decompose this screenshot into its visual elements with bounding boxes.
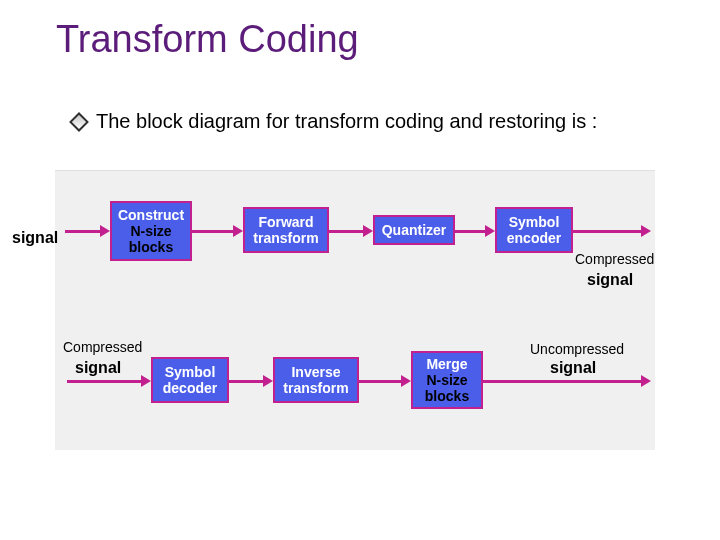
label-signal-top-left: signal xyxy=(12,229,58,247)
box-text: N-size xyxy=(130,223,171,239)
box-forward-transform: Forward transform xyxy=(243,207,329,253)
label-compressed-bottom: Compressed xyxy=(63,339,142,355)
box-text: transform xyxy=(253,230,318,246)
box-text: Construct xyxy=(118,207,184,223)
box-text: Merge xyxy=(426,356,467,372)
label-signal-bottom-left: signal xyxy=(75,359,121,377)
bullet-row: The block diagram for transform coding a… xyxy=(72,110,597,133)
label-signal-top-right: signal xyxy=(587,271,633,289)
box-merge-blocks: Merge N-size blocks xyxy=(411,351,483,409)
box-inverse-transform: Inverse transform xyxy=(273,357,359,403)
box-symbol-decoder: Symbol decoder xyxy=(151,357,229,403)
box-text: Forward xyxy=(258,214,313,230)
box-text: transform xyxy=(283,380,348,396)
box-quantizer: Quantizer xyxy=(373,215,455,245)
box-text: Symbol xyxy=(509,214,560,230)
box-symbol-encoder: Symbol encoder xyxy=(495,207,573,253)
box-text: Inverse xyxy=(291,364,340,380)
box-text: blocks xyxy=(425,388,469,404)
box-text: decoder xyxy=(163,380,217,396)
box-text: N-size xyxy=(426,372,467,388)
label-compressed-top: Compressed xyxy=(575,251,654,267)
box-text: Quantizer xyxy=(382,222,447,238)
label-uncompressed: Uncompressed xyxy=(530,341,624,357)
box-text: Symbol xyxy=(165,364,216,380)
box-text: encoder xyxy=(507,230,561,246)
slide-title: Transform Coding xyxy=(56,18,359,61)
diamond-bullet-icon xyxy=(69,112,89,132)
bullet-text: The block diagram for transform coding a… xyxy=(96,110,597,133)
box-construct-blocks: Construct N-size blocks xyxy=(110,201,192,261)
box-text: blocks xyxy=(129,239,173,255)
block-diagram: signal Construct N-size blocks Forward t… xyxy=(55,170,655,450)
label-signal-bottom-right: signal xyxy=(550,359,596,377)
